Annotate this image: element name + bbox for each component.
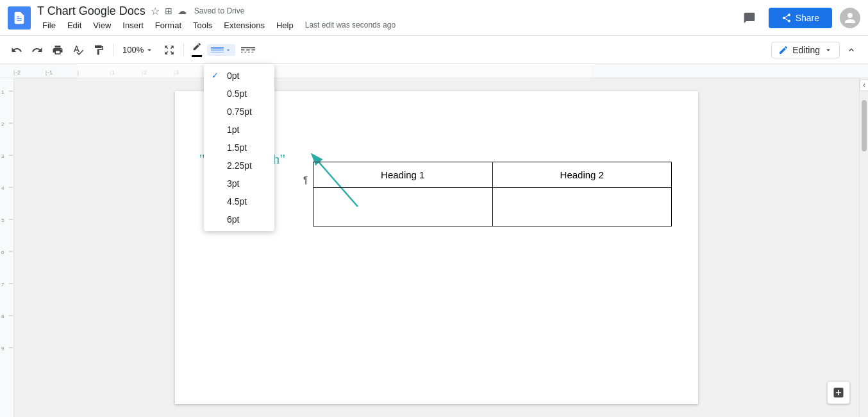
fullscreen-button[interactable] — [160, 41, 178, 59]
last-edit-status: Last edit was seconds ago — [300, 19, 401, 31]
border-option-0.75pt[interactable]: 0.75pt — [204, 103, 274, 121]
svg-rect-9 — [252, 49, 256, 50]
vertical-scrollbar[interactable] — [859, 78, 868, 417]
chat-icon[interactable] — [738, 6, 761, 30]
left-ruler: 1 2 3 4 5 6 7 8 9 — [0, 78, 14, 417]
paragraph-marker: ¶ — [303, 174, 308, 185]
svg-rect-12 — [248, 51, 250, 52]
heading2-cell[interactable]: Heading 2 — [492, 162, 672, 188]
zoom-value: 100% — [122, 45, 144, 55]
menu-edit[interactable]: Edit — [62, 19, 87, 31]
share-button[interactable]: Share — [769, 8, 832, 28]
border-option-0pt[interactable]: 0pt — [204, 67, 274, 85]
svg-text:7: 7 — [1, 282, 4, 287]
editing-label: Editing — [792, 45, 820, 55]
share-label: Share — [796, 13, 819, 23]
menu-file[interactable]: File — [37, 19, 61, 31]
empty-cell-1[interactable] — [313, 188, 493, 226]
spellcheck-button[interactable] — [69, 41, 87, 59]
doc-title-row: T Chart Google Docs ☆ ⊞ ☁ Saved to Drive — [37, 4, 738, 18]
title-info: T Chart Google Docs ☆ ⊞ ☁ Saved to Drive… — [37, 4, 738, 31]
title-right: Share — [738, 6, 860, 30]
border-option-2.25pt[interactable]: 2.25pt — [204, 157, 274, 174]
redo-button[interactable] — [28, 41, 46, 59]
svg-text:6: 6 — [1, 250, 4, 255]
toolbar-separator-2 — [183, 44, 184, 56]
svg-text:3: 3 — [1, 153, 4, 159]
avatar[interactable] — [840, 8, 860, 28]
svg-text:2: 2 — [1, 121, 4, 127]
svg-rect-6 — [241, 47, 255, 48]
svg-rect-10 — [241, 51, 243, 52]
heading1-cell[interactable]: Heading 1 — [313, 162, 493, 188]
folder-icon[interactable]: ⊞ — [165, 6, 172, 16]
zoom-control[interactable]: 100% — [119, 44, 158, 56]
svg-text:9: 9 — [1, 346, 4, 352]
star-icon[interactable]: ☆ — [151, 5, 160, 17]
title-bar: T Chart Google Docs ☆ ⊞ ☁ Saved to Drive… — [0, 0, 868, 36]
horizontal-ruler: -2 -1 1 2 3 — [0, 64, 868, 78]
menu-extensions[interactable]: Extensions — [219, 19, 270, 31]
document-area[interactable]: Go to "Border width" and select "0pt" ¶ … — [14, 78, 859, 417]
t-chart-table[interactable]: Heading 1 Heading 2 — [313, 162, 672, 226]
svg-text:-2: -2 — [15, 69, 21, 76]
menu-insert[interactable]: Insert — [117, 19, 149, 31]
saved-status: Saved to Drive — [194, 6, 245, 15]
toolbar: 100% Editing — [0, 36, 868, 64]
border-option-1.5pt[interactable]: 1.5pt — [204, 139, 274, 157]
border-color-button[interactable] — [189, 42, 204, 58]
add-table-button[interactable] — [827, 381, 850, 404]
svg-rect-8 — [247, 49, 251, 50]
paint-format-button[interactable] — [90, 41, 108, 59]
border-option-4.5pt[interactable]: 4.5pt — [204, 192, 274, 210]
svg-text:8: 8 — [1, 314, 4, 319]
doc-icon — [8, 6, 31, 30]
svg-text:1: 1 — [1, 89, 4, 95]
toolbar-separator-1 — [113, 44, 113, 56]
border-option-6pt[interactable]: 6pt — [204, 210, 274, 228]
scroll-thumb[interactable] — [862, 100, 867, 151]
svg-rect-13 — [252, 51, 254, 52]
menu-help[interactable]: Help — [271, 19, 299, 31]
border-option-1pt[interactable]: 1pt — [204, 121, 274, 139]
border-width-button[interactable] — [207, 44, 235, 56]
table-body-row — [313, 188, 672, 226]
menu-tools[interactable]: Tools — [188, 19, 217, 31]
main-layout: 1 2 3 4 5 6 7 8 9 Go to "Border width" a… — [0, 78, 868, 417]
svg-text:4: 4 — [1, 185, 4, 191]
doc-title[interactable]: T Chart Google Docs — [37, 4, 146, 18]
border-dash-button[interactable] — [238, 41, 258, 59]
svg-rect-25 — [78, 64, 591, 78]
editing-mode-button[interactable]: Editing — [771, 42, 840, 58]
border-option-0.5pt[interactable]: 0.5pt — [204, 85, 274, 103]
empty-cell-2[interactable] — [492, 188, 672, 226]
undo-button[interactable] — [8, 41, 26, 59]
border-width-dropdown: 0pt 0.5pt 0.75pt 1pt 1.5pt 2.25pt 3pt 4.… — [204, 64, 274, 231]
svg-text:5: 5 — [1, 217, 4, 223]
menu-view[interactable]: View — [88, 19, 116, 31]
print-button[interactable] — [49, 41, 67, 59]
menu-bar: File Edit View Insert Format Tools Exten… — [37, 19, 738, 31]
cloud-icon: ☁ — [178, 6, 187, 16]
svg-text:-1: -1 — [47, 69, 53, 76]
expand-panel-button[interactable] — [860, 80, 868, 91]
svg-rect-7 — [241, 49, 245, 50]
border-option-3pt[interactable]: 3pt — [204, 174, 274, 192]
collapse-toolbar-button[interactable] — [842, 41, 860, 59]
border-color-swatch — [192, 55, 202, 57]
menu-format[interactable]: Format — [150, 19, 187, 31]
table-header-row: Heading 1 Heading 2 — [313, 162, 672, 188]
svg-rect-11 — [245, 51, 247, 52]
